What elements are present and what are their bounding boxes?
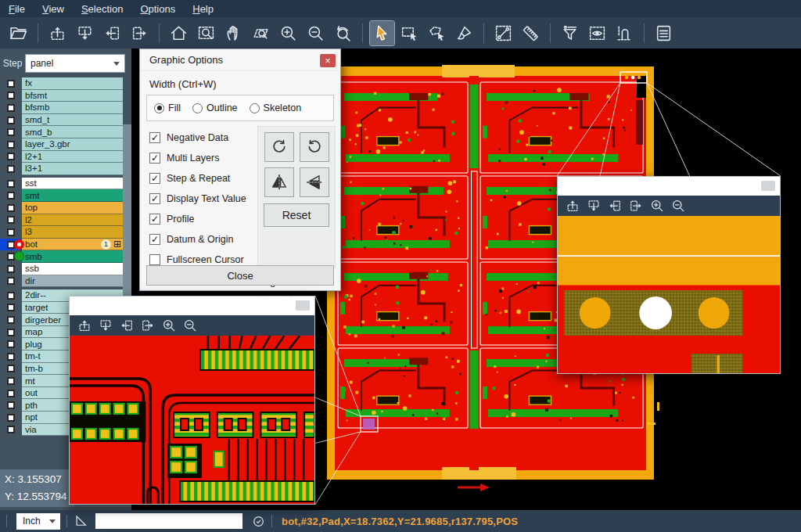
layer-row-l2[interactable]: l2	[0, 214, 131, 227]
menu-options[interactable]: Options	[131, 0, 184, 17]
pan-left-button[interactable]	[116, 317, 137, 334]
layer-row-l2+1[interactable]: l2+1	[0, 151, 131, 164]
layer-visibility-checkbox[interactable]	[0, 77, 22, 90]
layer-row-dir[interactable]: dir	[0, 275, 131, 288]
popup-titlebar[interactable]	[70, 297, 314, 315]
layer-visibility-checkbox[interactable]	[0, 214, 22, 227]
radio-outline[interactable]: Outline	[192, 102, 238, 113]
apply-circle-check-icon[interactable]	[252, 515, 265, 528]
open-folder-button[interactable]	[6, 21, 31, 45]
layer-name-cell[interactable]: ssb	[22, 263, 123, 275]
layer-row-smd_b[interactable]: smd_b	[0, 126, 131, 138]
pan-left-button[interactable]	[100, 21, 124, 45]
layer-row-smt[interactable]: smt	[0, 189, 131, 202]
layer-name-cell[interactable]: dir	[22, 275, 123, 288]
zoom-previous-button[interactable]	[331, 21, 355, 45]
rotate-ccw-button[interactable]	[300, 132, 329, 162]
brush-button[interactable]	[452, 21, 476, 45]
pan-right-button[interactable]	[128, 21, 152, 45]
layer-row-smb[interactable]: smb	[0, 250, 131, 263]
zoom-in-button[interactable]	[158, 317, 179, 334]
layer-visibility-checkbox[interactable]	[0, 90, 22, 102]
layer-name-cell[interactable]: l3	[22, 226, 123, 239]
layer-name-cell[interactable]: sst	[22, 178, 123, 190]
layer-row-top[interactable]: top	[0, 202, 131, 214]
zoom-in-button[interactable]	[276, 21, 300, 45]
layer-row-bfsmb[interactable]: bfsmb	[0, 102, 131, 114]
popup-titlebar[interactable]	[558, 177, 780, 196]
layer-row-fx[interactable]: fx	[0, 77, 131, 90]
layer-name-cell[interactable]: smd_b	[22, 126, 123, 138]
layer-row-l3[interactable]: l3	[0, 226, 131, 239]
command-input[interactable]	[95, 513, 242, 529]
layer-name-cell[interactable]: l2	[22, 214, 123, 227]
measure-line-button[interactable]	[491, 21, 515, 45]
pan-right-button[interactable]	[625, 197, 646, 214]
close-button[interactable]: Close	[146, 265, 334, 286]
layer-name-cell[interactable]: bot1⊞	[22, 239, 123, 251]
layer-row-ssb[interactable]: ssb	[0, 263, 131, 275]
layer-visibility-checkbox[interactable]	[0, 114, 22, 127]
mirror-horizontal-button[interactable]	[300, 167, 329, 197]
popup-magnified-view[interactable]	[558, 216, 780, 373]
layer-visibility-checkbox[interactable]	[0, 350, 22, 363]
zoom-in-button[interactable]	[646, 197, 667, 214]
layer-row-l3+1[interactable]: l3+1	[0, 163, 131, 175]
layer-name-cell[interactable]: bfsmb	[22, 102, 123, 114]
zoom-out-button[interactable]	[179, 317, 200, 334]
popup-magnified-view[interactable]	[70, 336, 314, 504]
menu-selection[interactable]: Selection	[73, 0, 131, 17]
layer-visibility-checkbox[interactable]	[0, 275, 22, 288]
layer-visibility-checkbox[interactable]	[0, 424, 22, 437]
pan-down-button[interactable]	[73, 21, 97, 45]
layer-row-smd_t[interactable]: smd_t	[0, 114, 131, 127]
pan-up-button[interactable]	[562, 197, 583, 214]
pan-left-button[interactable]	[604, 197, 625, 214]
zoom-window-button[interactable]	[194, 21, 218, 45]
layer-name-cell[interactable]: smt	[22, 189, 123, 202]
pan-down-button[interactable]	[583, 197, 604, 214]
layer-visibility-checkbox[interactable]	[0, 178, 22, 190]
snap-button[interactable]	[612, 21, 637, 45]
select-rect-button[interactable]	[397, 21, 422, 45]
close-icon[interactable]: ×	[320, 54, 336, 67]
layer-visibility-checkbox[interactable]	[0, 151, 22, 164]
layer-visibility-checkbox[interactable]	[0, 314, 22, 326]
layer-visibility-checkbox[interactable]	[0, 363, 22, 376]
rotate-cw-button[interactable]	[264, 132, 294, 162]
view-options-button[interactable]	[585, 21, 609, 45]
radio-skeleton[interactable]: Skeleton	[250, 102, 302, 113]
layer-name-cell[interactable]: layer_3.gbr	[22, 138, 123, 151]
layer-visibility-checkbox[interactable]	[0, 338, 22, 350]
ruler-button[interactable]	[519, 21, 543, 45]
layer-visibility-checkbox[interactable]	[0, 412, 22, 424]
layer-visibility-checkbox[interactable]	[0, 102, 22, 114]
pan-right-button[interactable]	[137, 317, 158, 334]
layer-row-layer_3.gbr[interactable]: layer_3.gbr	[0, 138, 131, 151]
zoom-object-button[interactable]	[249, 21, 273, 45]
filter-button[interactable]	[558, 21, 582, 45]
layer-visibility-checkbox[interactable]	[0, 202, 22, 214]
layer-visibility-checkbox[interactable]	[0, 263, 22, 275]
layer-name-cell[interactable]: smb	[22, 250, 123, 263]
layer-visibility-checkbox[interactable]	[0, 302, 22, 315]
layer-row-bfsmt[interactable]: bfsmt	[0, 90, 131, 102]
layer-visibility-checkbox[interactable]	[0, 226, 22, 239]
layer-visibility-checkbox[interactable]	[0, 387, 22, 400]
layer-name-cell[interactable]: top	[22, 202, 123, 214]
menu-file[interactable]: File	[0, 0, 34, 17]
layer-name-cell[interactable]: l2+1	[22, 151, 123, 164]
layer-name-cell[interactable]: bfsmt	[22, 90, 123, 102]
unit-select[interactable]: Inch	[16, 513, 60, 530]
popup-window-button[interactable]	[761, 181, 775, 191]
pan-hand-button[interactable]	[221, 21, 246, 45]
pan-down-button[interactable]	[95, 317, 116, 334]
pan-up-button[interactable]	[74, 317, 95, 334]
layer-visibility-checkbox[interactable]	[0, 326, 22, 339]
layer-visibility-checkbox[interactable]	[0, 289, 22, 302]
layer-name-cell[interactable]: smd_t	[22, 114, 123, 127]
select-pointer-button[interactable]	[370, 21, 394, 45]
layer-name-cell[interactable]: l3+1	[22, 163, 123, 175]
pan-up-button[interactable]	[45, 21, 70, 45]
reset-button[interactable]: Reset	[264, 203, 329, 227]
